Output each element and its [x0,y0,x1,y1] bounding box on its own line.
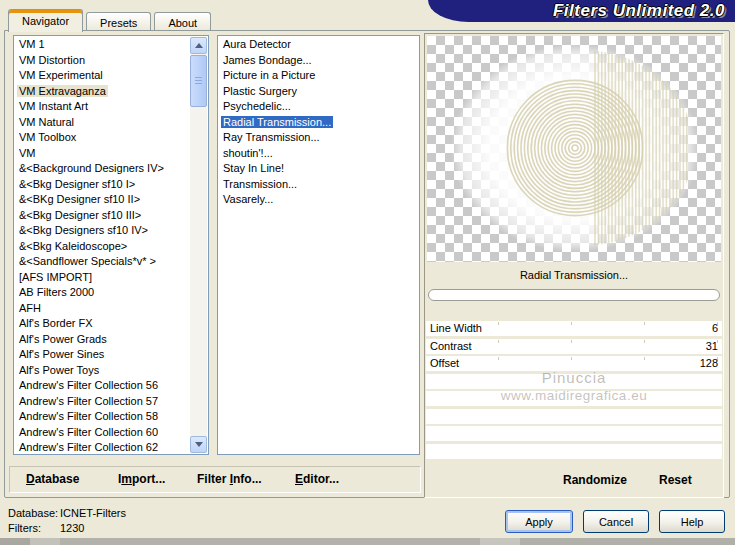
parameter-value: 31 [706,339,718,354]
category-list-item[interactable]: VM [14,146,191,162]
category-list-item[interactable]: VM Toolbox [14,130,191,146]
menu-item-accesskey: D [26,472,35,486]
category-list-item[interactable]: &<Bkg Designer sf10 I> [14,177,191,193]
category-list[interactable]: VM 1 VM Distortion VM Experimental VM Ex… [13,35,209,455]
randomize-button[interactable]: Randomize [563,473,627,487]
category-list-item[interactable]: Alf's Border FX [14,316,191,332]
category-list-item[interactable]: Andrew's Filter Collection 58 [14,409,191,425]
parameter-name: Offset [430,356,459,371]
reset-button[interactable]: Reset [659,473,692,487]
tab-bar: Navigator Presets About [8,9,214,32]
category-list-item[interactable]: [AFS IMPORT] [14,270,191,286]
radial-transmission-preview [427,36,721,262]
category-list-item[interactable]: VM Natural [14,115,191,131]
category-list-item[interactable]: VM Extravaganza [14,84,191,100]
parameter-row-empty [426,426,722,441]
parameter-row-empty [426,409,722,424]
tab[interactable]: About [154,12,211,32]
category-list-item[interactable]: VM Distortion [14,53,191,69]
scroll-thumb[interactable] [190,55,207,107]
category-list-item[interactable]: VM 1 [14,37,191,53]
database-label: Database: [8,506,60,521]
scroll-up-button[interactable] [190,37,207,54]
category-list-item[interactable]: AFH [14,301,191,317]
category-list-item-label: VM 1 [17,38,47,50]
category-list-item-label: &<Bkg Designer sf10 I> [17,178,137,190]
tab[interactable]: Navigator [8,9,83,32]
category-list-item-label: VM Instant Art [17,100,90,112]
tab-label: Navigator [22,15,69,27]
category-list-item[interactable]: VM Instant Art [14,99,191,115]
category-list-item-label: &<Background Designers IV> [17,162,166,174]
filter-list-item[interactable]: Radial Transmission... [218,115,419,131]
filter-list-item[interactable]: Plastic Surgery [218,84,419,100]
filter-list-item[interactable]: shoutin'!... [218,146,419,162]
category-list-item-label: &<Bkg Designer sf10 III> [17,209,143,221]
filter-list-item[interactable]: Aura Detector [218,37,419,53]
filter-list-item-label: Psychedelic... [221,100,293,112]
filter-list-item[interactable]: Ray Transmission... [218,130,419,146]
preview-image[interactable] [427,36,721,262]
category-list-item[interactable]: Andrew's Filter Collection 56 [14,378,191,394]
filter-list-item[interactable]: Picture in a Picture [218,68,419,84]
category-list-item-label: Alf's Border FX [17,317,95,329]
filter-list-item-label: James Bondage... [221,54,314,66]
category-list-item[interactable]: VM Experimental [14,68,191,84]
category-list-item-label: VM Toolbox [17,131,78,143]
filters-count-value: 1230 [60,521,84,536]
menu-item-label-post: atabase [35,472,80,486]
filter-list-item-label: Stay In Line! [221,162,286,174]
filter-list-item[interactable]: Vasarely... [218,192,419,208]
tab-label: About [168,17,197,29]
cancel-button[interactable]: Cancel [583,510,649,533]
category-list-item[interactable]: Alf's Power Sines [14,347,191,363]
menu-item[interactable]: Editor... [295,472,339,486]
category-list-scrollbar[interactable] [190,37,207,453]
menu-item[interactable]: Filter Info... [197,472,262,486]
category-list-item-label: Alf's Power Toys [17,364,101,376]
category-list-item[interactable]: &<Bkg Designers sf10 IV> [14,223,191,239]
category-list-item[interactable]: Andrew's Filter Collection 57 [14,394,191,410]
menu-item-accesskey: m [121,472,132,486]
scroll-down-button[interactable] [190,436,207,453]
menu-item[interactable]: Import... [118,472,165,486]
filter-list-item[interactable]: Transmission... [218,177,419,193]
parameter-name: Line Width [430,321,482,336]
category-list-item[interactable]: &<Sandflower Specials*v* > [14,254,191,270]
help-button[interactable]: Help [659,510,725,533]
preview-disc [451,44,699,252]
filter-list-item-label: Vasarely... [221,193,275,205]
category-list-item[interactable]: &<Bkg Designer sf10 III> [14,208,191,224]
category-list-item[interactable]: Andrew's Filter Collection 60 [14,425,191,441]
parameter-slider[interactable]: Line Width 6 [426,321,722,336]
category-list-item[interactable]: &<Background Designers IV> [14,161,191,177]
app-title: Filters Unlimited 2.0 [553,1,725,21]
filter-list-item-label: Aura Detector [221,38,293,50]
filter-list-item-label: Ray Transmission... [221,131,322,143]
filter-list[interactable]: Aura Detector James Bondage... Picture i… [217,35,420,455]
category-list-item-label: VM Distortion [17,54,87,66]
menu-item-label-post: port... [132,472,165,486]
category-list-item[interactable]: Alf's Power Grads [14,332,191,348]
category-list-item-label: AFH [17,302,43,314]
filters-unlimited-dialog: Filters Unlimited 2.0 Navigator Presets … [0,0,735,545]
filter-list-item[interactable]: Psychedelic... [218,99,419,115]
category-list-item[interactable]: &<Bkg Kaleidoscope> [14,239,191,255]
category-list-item[interactable]: AB Filters 2000 [14,285,191,301]
category-list-item[interactable]: &<BKg Designer sf10 II> [14,192,191,208]
parameter-slider[interactable]: Contrast 31 [426,339,722,354]
category-list-item[interactable]: Alf's Power Toys [14,363,191,379]
category-list-item[interactable]: Andrew's Filter Collection 62 [14,440,191,454]
filter-list-item-label: Plastic Surgery [221,85,299,97]
category-list-item-label: [AFS IMPORT] [17,271,94,283]
category-list-item-label: Andrew's Filter Collection 56 [17,379,160,391]
menu-strip: Database Import... Filter Info... Editor… [9,466,421,493]
filter-list-items: Aura Detector James Bondage... Picture i… [218,37,419,454]
menu-item[interactable]: Database [26,472,79,486]
filter-list-item[interactable]: Stay In Line! [218,161,419,177]
apply-button[interactable]: Apply [505,510,573,533]
filter-list-item-label: Radial Transmission... [221,116,333,128]
filter-list-item[interactable]: James Bondage... [218,53,419,69]
tab[interactable]: Presets [86,12,151,32]
tab-label: Presets [100,17,137,29]
